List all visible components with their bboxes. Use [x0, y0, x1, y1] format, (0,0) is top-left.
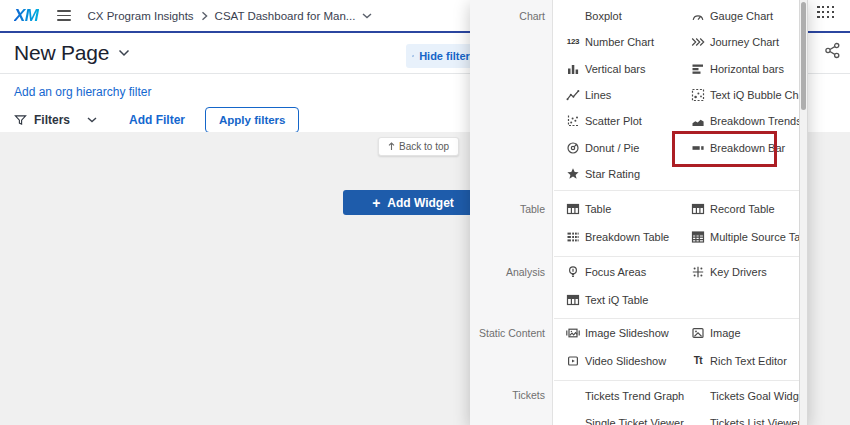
apply-filters-button[interactable]: Apply filters	[205, 107, 299, 133]
widget-item-label: Multiple Source Table	[710, 231, 808, 243]
widget-item-scatter-plot[interactable]: Scatter Plot	[554, 108, 687, 134]
widget-item-table[interactable]: Table	[554, 195, 687, 223]
widget-item-label: Record Table	[710, 203, 775, 215]
widget-item-label: Lines	[585, 89, 611, 101]
page-title: New Page	[14, 41, 109, 65]
section-divider	[554, 380, 800, 381]
sliders-icon	[412, 49, 414, 63]
add-widget-button[interactable]: + Add Widget	[343, 190, 483, 215]
widget-item-horizontal-bars[interactable]: Horizontal bars	[687, 56, 800, 82]
widget-item-tickets-trend-graph[interactable]: Tickets Trend Graph	[554, 382, 687, 409]
key-drivers-icon	[690, 265, 706, 279]
widget-item-text-iq-table[interactable]: Text iQ Table	[554, 286, 687, 314]
filters-label: Filters	[34, 113, 70, 127]
widget-item-text-iq-bubble-chart[interactable]: Text iQ Bubble Chart	[687, 82, 800, 108]
add-filter-button[interactable]: Add Filter	[123, 112, 191, 128]
lines-icon	[565, 88, 581, 102]
widget-item-label: Focus Areas	[585, 266, 646, 278]
panel-scrollbar[interactable]	[799, 0, 808, 425]
section-divider	[554, 318, 800, 319]
widget-item-vertical-bars[interactable]: Vertical bars	[554, 56, 687, 82]
section-divider	[554, 190, 800, 191]
widget-item-label: Gauge Chart	[710, 10, 773, 22]
section-label-table: Table	[470, 190, 554, 256]
section-label-static-content: Static Content	[470, 318, 554, 380]
image-slideshow-icon	[565, 326, 581, 340]
arrow-up-icon	[388, 142, 395, 151]
widget-item-label: Table	[585, 203, 611, 215]
share-icon[interactable]	[824, 42, 841, 59]
widget-item-tickets-goal-widget[interactable]: Tickets Goal Widget	[687, 382, 800, 409]
widget-item-label: Vertical bars	[585, 63, 646, 75]
org-hierarchy-filter-link[interactable]: Add an org hierarchy filter	[14, 85, 151, 99]
app-screen: XM CX Program Insights CSAT Dashboard fo…	[0, 0, 850, 425]
back-to-top-button[interactable]: Back to top	[378, 137, 459, 156]
filters-dropdown[interactable]: Filters	[14, 113, 97, 127]
widget-item-record-table[interactable]: Record Table	[687, 195, 800, 223]
chevron-down-icon[interactable]	[362, 13, 372, 19]
widget-item-label: Donut / Pie	[585, 142, 639, 154]
widget-item-focus-areas[interactable]: Focus Areas	[554, 258, 687, 286]
hamburger-menu-icon[interactable]	[57, 10, 71, 21]
widget-item-donut-pie[interactable]: Donut / Pie	[554, 134, 687, 160]
widget-item-video-slideshow[interactable]: Video Slideshow	[554, 347, 687, 375]
widget-item-star-rating[interactable]: Star Rating	[554, 161, 687, 187]
widget-item-label: Rich Text Editor	[710, 355, 787, 367]
widget-item-number-chart[interactable]: 123Number Chart	[554, 29, 687, 55]
widget-item-label: Tickets Trend Graph	[585, 390, 684, 402]
app-switcher-icon[interactable]	[817, 6, 834, 18]
widget-item-label: Text iQ Table	[585, 294, 648, 306]
widget-item-boxplot[interactable]: Boxplot	[554, 3, 687, 29]
text-iq-table-icon	[565, 293, 581, 307]
multiple-source-table-icon	[690, 230, 706, 244]
table-icon	[565, 202, 581, 216]
funnel-icon	[14, 114, 27, 127]
widget-item-multiple-source-table[interactable]: Multiple Source Table	[687, 223, 800, 251]
chevron-right-icon	[201, 11, 208, 21]
widget-item-breakdown-table[interactable]: Breakdown Table	[554, 223, 687, 251]
widget-item-label: Video Slideshow	[585, 355, 666, 367]
widget-menu-panel: ChartBoxplotGauge Chart123Number ChartJo…	[470, 0, 808, 425]
widget-item-rich-text-editor[interactable]: TtRich Text Editor	[687, 347, 800, 375]
breakdown-bar-highlight-box	[672, 131, 777, 167]
widget-item-label: Key Drivers	[710, 266, 767, 278]
horizontal-bars-icon	[690, 62, 706, 76]
xm-logo[interactable]: XM	[14, 6, 39, 26]
filters-chevron-icon	[87, 117, 97, 123]
breakdown-trends-icon	[690, 114, 706, 128]
page-title-chevron-icon[interactable]	[118, 49, 130, 57]
gauge-chart-icon	[690, 9, 706, 23]
widget-item-lines[interactable]: Lines	[554, 82, 687, 108]
breadcrumb-program[interactable]: CX Program Insights	[88, 10, 194, 22]
scatter-plot-icon	[565, 114, 581, 128]
widget-item-gauge-chart[interactable]: Gauge Chart	[687, 3, 800, 29]
panel-scrollbar-thumb[interactable]	[801, 2, 806, 110]
widget-item-label: Breakdown Table	[585, 231, 669, 243]
widget-item-label: Number Chart	[585, 36, 654, 48]
image-icon	[690, 326, 706, 340]
focus-areas-icon	[565, 265, 581, 279]
widget-item-key-drivers[interactable]: Key Drivers	[687, 258, 800, 286]
breadcrumb-dashboard[interactable]: CSAT Dashboard for Man...	[215, 10, 356, 22]
widget-item-journey-chart[interactable]: Journey Chart	[687, 29, 800, 55]
widget-item-image-slideshow[interactable]: Image Slideshow	[554, 319, 687, 347]
widget-item-single-ticket-viewer[interactable]: Single Ticket Viewer	[554, 409, 687, 425]
plus-icon: +	[372, 196, 380, 210]
journey-chart-icon	[690, 35, 706, 49]
widget-item-label: Boxplot	[585, 10, 622, 22]
breakdown-table-icon	[565, 230, 581, 244]
section-label-tickets: Tickets	[470, 380, 554, 425]
record-table-icon	[690, 202, 706, 216]
donut-pie-icon	[565, 141, 581, 155]
widget-item-label: Image Slideshow	[585, 327, 669, 339]
widget-item-label: Journey Chart	[710, 36, 779, 48]
widget-item-label: Star Rating	[585, 168, 640, 180]
widget-item-image[interactable]: Image	[687, 319, 800, 347]
section-label-analysis: Analysis	[470, 256, 554, 318]
text-iq-bubble-chart-icon	[690, 88, 706, 102]
section-divider	[554, 256, 800, 257]
hide-filters-label: Hide filters	[419, 50, 476, 62]
widget-item-label: Tickets List Viewer	[710, 417, 801, 425]
widget-item-tickets-list-viewer[interactable]: Tickets List Viewer	[687, 409, 800, 425]
video-slideshow-icon	[565, 354, 581, 368]
